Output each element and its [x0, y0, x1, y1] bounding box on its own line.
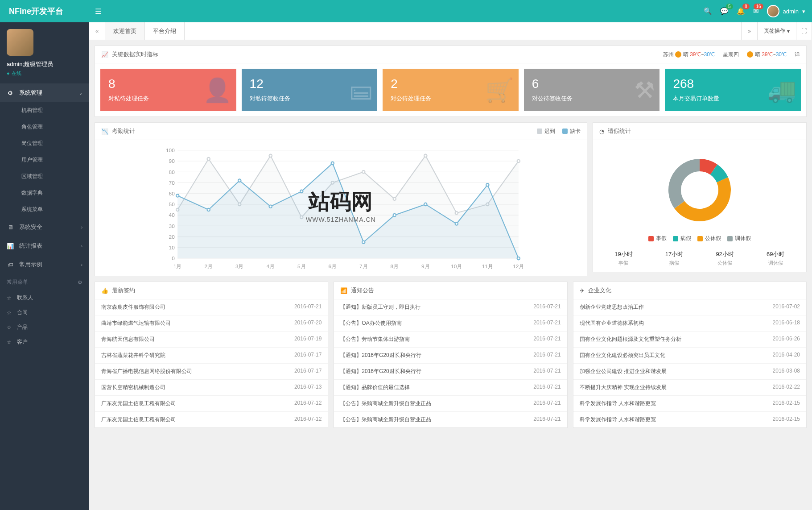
- stat-card[interactable]: 8 对私待处理任务 👤: [100, 69, 236, 111]
- mail-icon[interactable]: ✉16: [753, 7, 759, 15]
- svg-text:2月: 2月: [204, 263, 213, 270]
- panel-title: 企业文化: [588, 286, 611, 294]
- gear-icon: ⚙: [7, 90, 14, 96]
- nav-system-mgmt[interactable]: ⚙ 系统管理 ⌄: [0, 83, 89, 102]
- chevron-right-icon: ›: [81, 244, 82, 249]
- list-item[interactable]: 国有企业文化问题根源及文化重塑任务分析2016-06-26: [573, 332, 806, 348]
- list-item[interactable]: 科学发展作指导 人水和谐路更宽2016-02-15: [573, 396, 806, 412]
- tabbar: « 欢迎首页 平台介绍 » 页签操作 ▾ ⛶: [89, 22, 812, 40]
- star-icon: ☆: [7, 310, 12, 316]
- svg-text:12月: 12月: [513, 263, 524, 270]
- leave-donut: [659, 150, 740, 230]
- avatar: [7, 29, 33, 56]
- list-item[interactable]: 广东友元国土信息工程有限公司2016-07-12: [95, 396, 328, 412]
- svg-text:4月: 4月: [266, 263, 275, 270]
- attendance-chart: 01020304050607080901001月2月3月4月5月6月7月8月9月…: [100, 145, 581, 270]
- nav-sub-item[interactable]: 数据字典: [0, 185, 89, 201]
- chevron-down-icon: ▾: [802, 8, 805, 15]
- nav-sub-item[interactable]: 用户管理: [0, 152, 89, 168]
- tab-operations[interactable]: 页签操作 ▾: [757, 22, 796, 40]
- svg-point-46: [517, 160, 520, 162]
- desktop-icon: 🖥: [7, 224, 14, 231]
- nav-sub-item[interactable]: 角色管理: [0, 119, 89, 135]
- tab-next[interactable]: »: [741, 22, 757, 40]
- nav-reports[interactable]: 📊 统计报表 ›: [0, 236, 89, 255]
- list-item[interactable]: 科学发展作指导 人水和谐路更宽2016-02-15: [573, 412, 806, 427]
- list-item[interactable]: 【通知】2016年G20财长和央行行2016-07-21: [334, 348, 567, 364]
- list-item[interactable]: 青海省广播电视信息网络股份有限公司2016-07-17: [95, 364, 328, 380]
- rss-icon: 📶: [340, 287, 347, 294]
- svg-point-52: [300, 190, 303, 193]
- detail-link[interactable]: 详: [795, 51, 800, 58]
- list-item[interactable]: 【公告】OA办公使用指南2016-07-21: [334, 315, 567, 332]
- list-item[interactable]: 不断提升大庆精神 实现企业持续发展2016-02-22: [573, 380, 806, 396]
- profile: admin;超级管理员 在线: [0, 22, 89, 83]
- fav-item[interactable]: ☆产品: [0, 320, 89, 335]
- nav-sub-item[interactable]: 机构管理: [0, 102, 89, 119]
- nav-sub-item[interactable]: 系统菜单: [0, 201, 89, 218]
- tab-prev[interactable]: «: [89, 22, 105, 40]
- panel-title: 最新签约: [112, 286, 135, 294]
- stat-card[interactable]: 2 对公待处理任务 🛒: [383, 69, 519, 111]
- chart-area-icon: 📉: [101, 128, 108, 135]
- legend-item: 迟到: [537, 128, 555, 135]
- stat-card[interactable]: 268 本月交易订单数量 🚚: [665, 69, 801, 111]
- list-item[interactable]: 加强企业公民建设 推进企业和谐发展2016-03-08: [573, 364, 806, 380]
- list-item[interactable]: 南京森鹿皮件服饰有限公司2016-07-21: [95, 299, 328, 315]
- svg-text:100: 100: [166, 147, 175, 153]
- panel-title: 请假统计: [608, 127, 631, 135]
- chevron-right-icon: ›: [81, 262, 82, 267]
- tab-home[interactable]: 欢迎首页: [105, 22, 145, 40]
- fav-item[interactable]: ☆客户: [0, 335, 89, 349]
- menu-toggle[interactable]: ☰: [89, 7, 107, 16]
- list-item[interactable]: 青海航天信息有限公司2016-07-19: [95, 332, 328, 348]
- culture-panel: ✈企业文化 创新企业党建思想政治工作2016-07-02现代国有企业道德体系初构…: [573, 282, 807, 428]
- list-item[interactable]: 【公告】采购商城全新升级自营业正品2016-07-21: [334, 412, 567, 427]
- list-item[interactable]: 【公告】采购商城全新升级自营业正品2016-07-21: [334, 396, 567, 412]
- list-item[interactable]: 现代国有企业道德体系初构2016-06-18: [573, 315, 806, 332]
- stat-label: 对公待签收任务: [532, 95, 652, 103]
- fav-item[interactable]: ☆合同: [0, 305, 89, 320]
- comment-icon[interactable]: 💬5: [720, 7, 729, 15]
- svg-point-57: [455, 222, 458, 225]
- legend-item: 事假: [648, 235, 667, 242]
- search-icon[interactable]: 🔍: [704, 7, 712, 15]
- svg-point-56: [424, 203, 427, 206]
- list-item[interactable]: 【公告】劳动节集体出游指南2016-07-21: [334, 332, 567, 348]
- gear-icon[interactable]: ⚙: [78, 279, 82, 286]
- list-item[interactable]: 吉林省蔬菜花卉科学研究院2016-07-17: [95, 348, 328, 364]
- list-item[interactable]: 国有企业文化建设必须突出员工文化2016-04-20: [573, 348, 806, 364]
- list-item[interactable]: 【通知】2016年G20财长和央行行2016-07-21: [334, 364, 567, 380]
- star-icon: ☆: [7, 295, 12, 301]
- list-item[interactable]: 创新企业党建思想政治工作2016-07-02: [573, 299, 806, 315]
- user-menu[interactable]: admin ▾: [767, 5, 805, 17]
- fav-item[interactable]: ☆联系人: [0, 290, 89, 305]
- stat-card[interactable]: 6 对公待签收任务 ⚒: [524, 69, 660, 111]
- list-item[interactable]: 【通知】品牌价值的最佳选择2016-07-21: [334, 380, 567, 396]
- svg-text:60: 60: [169, 191, 175, 197]
- nav-sub-item[interactable]: 岗位管理: [0, 135, 89, 152]
- thumbsup-icon: 👍: [101, 287, 108, 294]
- stat-card[interactable]: 12 对私待签收任务 🖴: [242, 69, 378, 111]
- chart-line-icon: 📈: [101, 51, 108, 58]
- nav-sub-item[interactable]: 区域管理: [0, 168, 89, 185]
- svg-text:10月: 10月: [451, 263, 462, 270]
- chevron-right-icon: ›: [81, 225, 82, 230]
- profile-name: admin;超级管理员: [7, 60, 82, 68]
- legend-item: 缺卡: [562, 128, 581, 135]
- nav-examples[interactable]: 🏷 常用示例 ›: [0, 255, 89, 274]
- svg-point-49: [207, 208, 210, 211]
- list-item[interactable]: 【通知】新版员工守则，即日执行2016-07-21: [334, 299, 567, 315]
- bell-icon[interactable]: 🔔8: [737, 7, 745, 15]
- list-item[interactable]: 广东友元国土信息工程有限公司2016-07-12: [95, 412, 328, 427]
- fullscreen-icon[interactable]: ⛶: [796, 22, 812, 40]
- tab-intro[interactable]: 平台介绍: [145, 22, 185, 40]
- svg-point-51: [269, 205, 272, 208]
- list-item[interactable]: 国营长空精密机械制造公司2016-07-13: [95, 380, 328, 396]
- svg-point-48: [176, 194, 179, 197]
- nav-security[interactable]: 🖥 系统安全 ›: [0, 218, 89, 236]
- list-item[interactable]: 曲靖市绿能燃气运输有限公司2016-07-20: [95, 315, 328, 332]
- svg-text:20: 20: [169, 234, 175, 240]
- svg-text:8月: 8月: [390, 263, 399, 270]
- avatar: [767, 5, 779, 17]
